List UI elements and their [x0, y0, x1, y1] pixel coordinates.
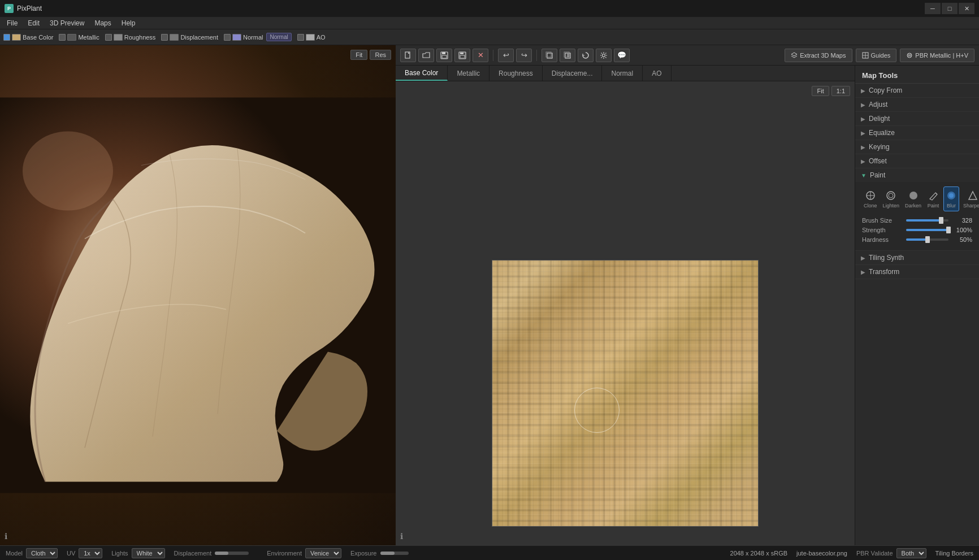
svg-point-17 [603, 54, 605, 57]
one-to-one-button[interactable]: 1:1 [831, 86, 850, 96]
sharpen-tool[interactable]: Sharpen [961, 186, 979, 211]
content-area: Base Color Metallic Roughness Displaceme… [396, 66, 979, 545]
lighten-tool[interactable]: Lighten [881, 186, 902, 211]
normal-label: Normal [243, 34, 263, 41]
undo-button[interactable]: ↩ [498, 49, 514, 62]
strength-track[interactable] [906, 229, 948, 231]
keying-header[interactable]: ▶ Keying [855, 140, 979, 154]
tiling-synth-header[interactable]: ▶ Tiling Synth [855, 251, 979, 264]
tab-normal[interactable]: Normal [602, 66, 643, 81]
redo-button[interactable]: ↪ [516, 49, 532, 62]
svg-rect-11 [546, 52, 551, 57]
equalize-header[interactable]: ▶ Equalize [855, 126, 979, 140]
fit-button-2d[interactable]: Fit [812, 86, 829, 96]
refresh-button[interactable] [578, 49, 594, 62]
base-color-label: Base Color [23, 34, 53, 41]
darken-tool[interactable]: Darken [903, 186, 923, 211]
minimize-button[interactable]: ─ [925, 3, 941, 14]
filename-text: jute-basecolor.png [796, 550, 847, 557]
exposure-slider[interactable] [380, 552, 409, 555]
3d-viewport[interactable]: Fit Res ℹ [0, 45, 396, 545]
menu-help[interactable]: Help [117, 18, 140, 28]
comment-button[interactable]: 💬 [614, 49, 630, 62]
title-text: PixPlant [17, 5, 42, 12]
delight-arrow: ▶ [861, 116, 865, 122]
tab-displacement[interactable]: Displaceme... [543, 66, 603, 81]
tab-base-color[interactable]: Base Color [396, 66, 448, 81]
window-controls: ─ □ ✕ [925, 3, 974, 14]
settings-button[interactable] [596, 49, 612, 62]
brush-size-thumb[interactable] [939, 217, 943, 224]
res-button-3d[interactable]: Res [370, 50, 391, 60]
paint-header[interactable]: ▼ Paint [855, 168, 979, 182]
hardness-thumb[interactable] [925, 236, 930, 243]
strength-value: 100% [952, 227, 972, 233]
guides-button[interactable]: Guides [856, 49, 897, 62]
app-icon-letter: P [7, 6, 11, 11]
displacement-swatch [170, 34, 179, 41]
displacement-slider[interactable] [215, 552, 249, 555]
clone-tool[interactable]: Clone [862, 186, 879, 211]
model-select[interactable]: Cloth [26, 548, 58, 558]
close-button[interactable]: ✕ [959, 3, 974, 14]
tiling-synth-label: Tiling Synth [869, 254, 904, 262]
menu-3d-preview[interactable]: 3D Preview [45, 18, 89, 28]
section-copy-from: ▶ Copy From [855, 84, 979, 98]
hardness-track[interactable] [906, 238, 948, 241]
fit-button-3d[interactable]: Fit [350, 50, 367, 60]
displacement-label: Displacement [180, 34, 218, 41]
2d-canvas[interactable]: Fit 1:1 ℹ [396, 81, 855, 545]
maximize-button[interactable]: □ [942, 3, 958, 14]
lights-select[interactable]: White [132, 548, 165, 558]
displacement-checkbox[interactable] [161, 34, 168, 41]
brush-size-track[interactable] [906, 219, 948, 222]
both-select[interactable]: Both [896, 548, 926, 558]
strength-thumb[interactable] [946, 227, 951, 233]
copy-from-arrow: ▶ [861, 88, 865, 94]
pbr-metallic-button[interactable]: PBR Metallic | H+V [900, 49, 974, 62]
paint-tool[interactable]: Paint [925, 186, 941, 211]
ao-checkbox[interactable] [297, 34, 304, 41]
environment-status: Environment Venice [267, 548, 341, 558]
viewport-buttons: Fit Res [350, 50, 391, 60]
open-file-icon [422, 51, 430, 59]
title-bar-left: P PixPlant [5, 4, 42, 13]
menu-edit[interactable]: Edit [23, 18, 44, 28]
new-file-button[interactable] [400, 49, 416, 62]
copy-from-header[interactable]: ▶ Copy From [855, 84, 979, 97]
environment-select[interactable]: Venice [305, 548, 341, 558]
svg-point-30 [889, 193, 893, 198]
metallic-checkbox[interactable] [59, 34, 66, 41]
delight-header[interactable]: ▶ Delight [855, 112, 979, 125]
tab-roughness[interactable]: Roughness [490, 66, 543, 81]
open-file-button[interactable] [418, 49, 434, 62]
exposure-status: Exposure [350, 550, 408, 557]
blur-tool[interactable]: Blur [943, 186, 959, 211]
save-all-button[interactable] [454, 49, 470, 62]
brush-size-row: Brush Size 328 [862, 217, 972, 224]
menu-file[interactable]: File [2, 18, 22, 28]
cancel-button[interactable]: ✕ [473, 49, 488, 62]
roughness-label: Roughness [124, 34, 156, 41]
copy-button[interactable] [542, 49, 557, 62]
extract-3d-maps-button[interactable]: Extract 3D Maps [785, 49, 852, 62]
offset-header[interactable]: ▶ Offset [855, 154, 979, 168]
new-file-icon [404, 51, 412, 59]
uv-select[interactable]: 1x [79, 548, 102, 558]
normal-checkbox[interactable] [224, 34, 231, 41]
blur-tool-icon [945, 189, 958, 202]
lights-label: Lights [111, 550, 128, 557]
exposure-label: Exposure [350, 550, 376, 557]
save-button[interactable] [436, 49, 452, 62]
roughness-checkbox[interactable] [105, 34, 112, 41]
transform-header[interactable]: ▶ Transform [855, 265, 979, 279]
tab-metallic[interactable]: Metallic [448, 66, 490, 81]
paste-button[interactable] [560, 49, 575, 62]
normal-mode-badge: Normal [266, 33, 291, 41]
equalize-label: Equalize [869, 129, 895, 137]
app-wrapper: P PixPlant ─ □ ✕ File Edit 3D Preview Ma… [0, 0, 979, 560]
tab-ao[interactable]: AO [643, 66, 671, 81]
adjust-header[interactable]: ▶ Adjust [855, 98, 979, 111]
menu-maps[interactable]: Maps [90, 18, 115, 28]
base-color-checkbox[interactable] [3, 34, 10, 41]
